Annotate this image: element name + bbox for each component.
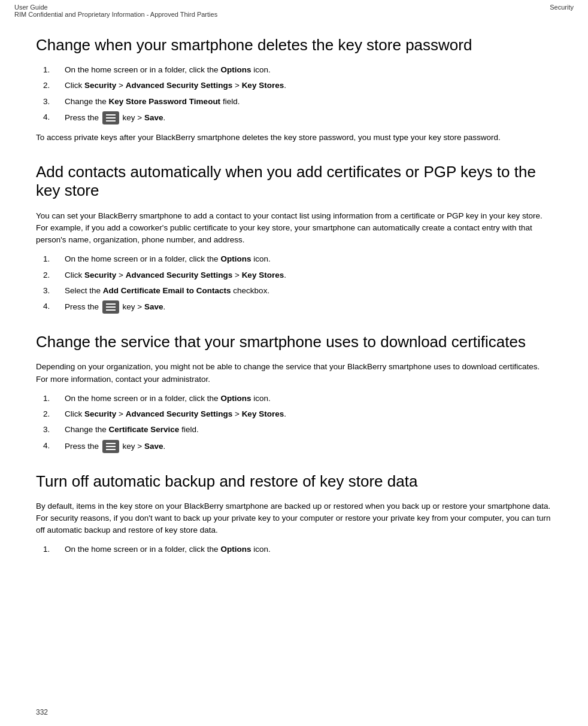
header-section: Security: [550, 4, 574, 11]
page-footer: 332: [36, 708, 48, 716]
step-text: Click Security > Advanced Security Setti…: [65, 408, 552, 420]
step-num: 4.: [36, 111, 65, 124]
header-guide-title: User Guide: [14, 4, 217, 11]
menu-icon: [102, 440, 119, 453]
section-2-intro: You can set your BlackBerry smartphone t…: [36, 210, 552, 247]
step-num: 2.: [36, 269, 65, 281]
step-text: On the home screen or in a folder, click…: [65, 253, 552, 265]
step-num: 1.: [36, 393, 65, 405]
section-2-title: Add contacts automatically when you add …: [36, 163, 552, 200]
step-text: Click Security > Advanced Security Setti…: [65, 80, 552, 92]
step-num: 3.: [36, 424, 65, 436]
step-text: On the home screen or in a folder, click…: [65, 64, 552, 76]
step-2-2: 2. Click Security > Advanced Security Se…: [36, 269, 552, 281]
section-2: Add contacts automatically when you add …: [36, 163, 552, 314]
section-3-steps: 1. On the home screen or in a folder, cl…: [36, 393, 552, 453]
step-num: 1.: [36, 64, 65, 76]
step-text: Select the Add Certificate Email to Cont…: [65, 285, 552, 297]
step-3-2: 2. Click Security > Advanced Security Se…: [36, 408, 552, 420]
header-left: User Guide RIM Confidential and Propriet…: [14, 4, 217, 18]
step-4-1: 1. On the home screen or in a folder, cl…: [36, 543, 552, 555]
step-1-1: 1. On the home screen or in a folder, cl…: [36, 64, 552, 76]
section-4-intro: By default, items in the key store on yo…: [36, 500, 552, 537]
step-text: Change the Key Store Password Timeout fi…: [65, 96, 552, 108]
step-text: On the home screen or in a folder, click…: [65, 393, 552, 405]
section-1: Change when your smartphone deletes the …: [36, 36, 552, 144]
step-num: 1.: [36, 543, 65, 555]
step-text: Press the key > Save.: [65, 111, 552, 124]
header-right: Security: [550, 4, 574, 18]
section-4: Turn off automatic backup and restore of…: [36, 472, 552, 556]
step-3-4: 4. Press the key > Save.: [36, 440, 552, 453]
page-number: 332: [36, 708, 48, 716]
section-1-title: Change when your smartphone deletes the …: [36, 36, 552, 54]
step-1-2: 2. Click Security > Advanced Security Se…: [36, 80, 552, 92]
step-text: On the home screen or in a folder, click…: [65, 543, 552, 555]
step-text: Press the key > Save.: [65, 440, 552, 453]
section-1-outro: To access private keys after your BlackB…: [36, 132, 552, 144]
step-3-3: 3. Change the Certificate Service field.: [36, 424, 552, 436]
step-text: Change the Certificate Service field.: [65, 424, 552, 436]
section-3-intro: Depending on your organization, you migh…: [36, 361, 552, 385]
section-3: Change the service that your smartphone …: [36, 333, 552, 452]
section-2-steps: 1. On the home screen or in a folder, cl…: [36, 253, 552, 314]
step-num: 4.: [36, 440, 65, 453]
step-num: 3.: [36, 285, 65, 297]
step-num: 1.: [36, 253, 65, 265]
section-4-title: Turn off automatic backup and restore of…: [36, 472, 552, 491]
step-1-4: 4. Press the key > Save.: [36, 111, 552, 124]
step-2-4: 4. Press the key > Save.: [36, 300, 552, 314]
section-1-steps: 1. On the home screen or in a folder, cl…: [36, 64, 552, 124]
step-text: Click Security > Advanced Security Setti…: [65, 269, 552, 281]
menu-icon: [102, 300, 119, 314]
step-3-1: 1. On the home screen or in a folder, cl…: [36, 393, 552, 405]
main-content: Change when your smartphone deletes the …: [0, 22, 588, 599]
step-2-1: 1. On the home screen or in a folder, cl…: [36, 253, 552, 265]
step-1-3: 3. Change the Key Store Password Timeout…: [36, 96, 552, 108]
step-num: 3.: [36, 96, 65, 108]
step-num: 4.: [36, 300, 65, 314]
step-text: Press the key > Save.: [65, 300, 552, 314]
section-3-title: Change the service that your smartphone …: [36, 333, 552, 351]
section-4-steps: 1. On the home screen or in a folder, cl…: [36, 543, 552, 555]
menu-icon: [102, 111, 119, 124]
header-confidential: RIM Confidential and Proprietary Informa…: [14, 11, 217, 18]
page-header: User Guide RIM Confidential and Propriet…: [0, 0, 588, 22]
step-num: 2.: [36, 80, 65, 92]
step-num: 2.: [36, 408, 65, 420]
step-2-3: 3. Select the Add Certificate Email to C…: [36, 285, 552, 297]
